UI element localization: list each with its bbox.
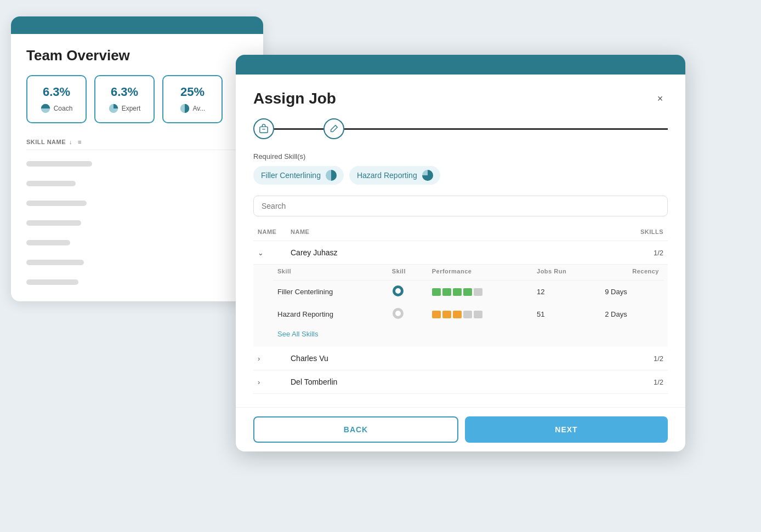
- step2-icon: [323, 118, 344, 139]
- skill-tag-label-hazard: Hazard Reporting: [357, 171, 417, 180]
- skill-detail-carey: Skill Skill Performance Jobs Run Recency: [253, 265, 668, 347]
- skill-rows: [26, 158, 248, 288]
- next-button[interactable]: NEXT: [465, 416, 668, 443]
- team-overview-title: Team Overview: [26, 47, 248, 64]
- pie-icon-coach: [41, 104, 50, 113]
- modal-footer: BACK NEXT: [236, 407, 685, 451]
- skill-row: [26, 237, 248, 249]
- search-input[interactable]: [253, 196, 668, 216]
- table-header-row: NAME NAME SKILLS: [253, 225, 668, 241]
- detail-skill-icon-filler: [392, 285, 404, 297]
- back-button[interactable]: BACK: [253, 416, 458, 443]
- metric-value-coach: 6.3%: [43, 85, 70, 99]
- detail-col-recency: Recency: [600, 265, 663, 281]
- perf-bar: [432, 311, 441, 318]
- skill-count-carey: 1/2: [529, 241, 668, 265]
- expand-carey-button[interactable]: ⌄: [258, 249, 267, 257]
- filter-icon: ≡: [78, 139, 82, 145]
- skill-row: [26, 217, 248, 229]
- detail-table-carey: Skill Skill Performance Jobs Run Recency: [273, 265, 663, 325]
- pie-icon-expert: [109, 104, 118, 113]
- perf-bar: [463, 288, 472, 296]
- metric-card-av: 25% Av...: [162, 75, 223, 123]
- skill-bar: [26, 161, 92, 167]
- assign-table: NAME NAME SKILLS ⌄ Carey Juhasz 1: [253, 225, 668, 394]
- metric-value-expert: 6.3%: [111, 85, 138, 99]
- skill-tag-filler: Filler Centerlining: [253, 166, 344, 185]
- svg-rect-10: [260, 127, 268, 133]
- step1-icon: [253, 118, 274, 139]
- skill-row: [26, 178, 248, 190]
- skill-bar: [26, 201, 87, 206]
- skill-bar: [26, 240, 70, 245]
- skill-tag-label-filler: Filler Centerlining: [261, 171, 321, 180]
- person-name-carey: Carey Juhasz: [291, 248, 338, 257]
- perf-bar: [453, 288, 462, 296]
- person-name-del: Del Tomberlin: [291, 377, 337, 386]
- detail-col-jobs-run: Jobs Run: [532, 265, 600, 281]
- skill-bar: [26, 181, 76, 186]
- detail-skill-name-hazard: Hazard Reporting: [273, 303, 388, 325]
- col-name-header: NAME: [253, 225, 286, 241]
- skill-count-del: 1/2: [529, 370, 668, 394]
- person-row-del: › Del Tomberlin 1/2: [253, 370, 668, 394]
- col-name-label: NAME: [286, 225, 529, 241]
- sort-icon: ↓: [69, 139, 72, 145]
- perf-bar: [453, 311, 462, 318]
- col-skills-header: SKILLS: [529, 225, 668, 241]
- jobs-run-hazard: 51: [532, 303, 600, 325]
- team-overview-panel: Team Overview 6.3% Coach 6.3%: [11, 16, 263, 301]
- skill-count-charles: 1/2: [529, 347, 668, 370]
- step-line-1: [274, 128, 323, 130]
- person-row-charles: › Charles Vu 1/2: [253, 347, 668, 370]
- detail-col-performance: Performance: [428, 265, 532, 281]
- recency-filler: 9 Days: [600, 281, 663, 304]
- skill-tags: Filler Centerlining Hazard Reporting: [253, 166, 668, 185]
- step-line-2: [344, 128, 668, 130]
- detail-row-hazard: Hazard Reporting: [273, 303, 663, 325]
- modal-title: Assign Job: [253, 90, 336, 107]
- pie-icon-av: [180, 104, 190, 113]
- skill-table-header: SKILL NAME ↓ ≡ E: [26, 139, 248, 150]
- person-row-carey: ⌄ Carey Juhasz 1/2: [253, 241, 668, 265]
- svg-point-15: [395, 288, 401, 294]
- perf-bar: [474, 288, 482, 296]
- metric-card-expert: 6.3% Expert: [94, 75, 155, 123]
- skill-tag-icon-filler: [325, 169, 337, 181]
- stepper: [253, 118, 668, 139]
- person-name-charles: Charles Vu: [291, 354, 328, 363]
- close-button[interactable]: ×: [652, 91, 668, 106]
- skill-row: [26, 256, 248, 268]
- skill-col-name: SKILL NAME: [26, 139, 66, 145]
- skill-tag-icon-hazard: [422, 169, 434, 181]
- skill-bar: [26, 279, 78, 285]
- metric-label-coach: Coach: [54, 105, 73, 112]
- skill-row: [26, 197, 248, 209]
- detail-skill-name-filler: Filler Centerlining: [273, 281, 388, 304]
- expand-del-button[interactable]: ›: [258, 378, 263, 386]
- detail-skill-icon-hazard: [392, 307, 404, 319]
- skill-row: [26, 276, 248, 288]
- metric-label-av: Av...: [193, 105, 206, 112]
- jobs-run-filler: 12: [532, 281, 600, 304]
- table-scroll-area[interactable]: NAME NAME SKILLS ⌄ Carey Juhasz 1: [253, 225, 668, 394]
- metric-cards: 6.3% Coach 6.3%: [26, 75, 248, 123]
- perf-bars-hazard: [432, 311, 528, 318]
- perf-bar: [474, 311, 482, 318]
- metric-card-coach: 6.3% Coach: [26, 75, 87, 123]
- detail-header-row: Skill Skill Performance Jobs Run Recency: [273, 265, 663, 281]
- expand-charles-button[interactable]: ›: [258, 354, 263, 363]
- metric-value-av: 25%: [180, 85, 205, 99]
- recency-hazard: 2 Days: [600, 303, 663, 325]
- bg-panel-header: [11, 16, 263, 34]
- skill-tag-hazard: Hazard Reporting: [349, 166, 440, 185]
- perf-bar: [442, 311, 451, 318]
- skill-bar: [26, 260, 84, 265]
- assign-job-modal: Assign Job × Required Skill(s): [236, 55, 685, 451]
- metric-label-expert: Expert: [122, 105, 141, 112]
- skill-row: [26, 158, 248, 170]
- detail-col-skill-icon: Skill: [388, 265, 428, 281]
- detail-col-skill: Skill: [273, 265, 388, 281]
- skill-bar: [26, 220, 81, 226]
- see-all-skills-link[interactable]: See All Skills: [273, 325, 322, 342]
